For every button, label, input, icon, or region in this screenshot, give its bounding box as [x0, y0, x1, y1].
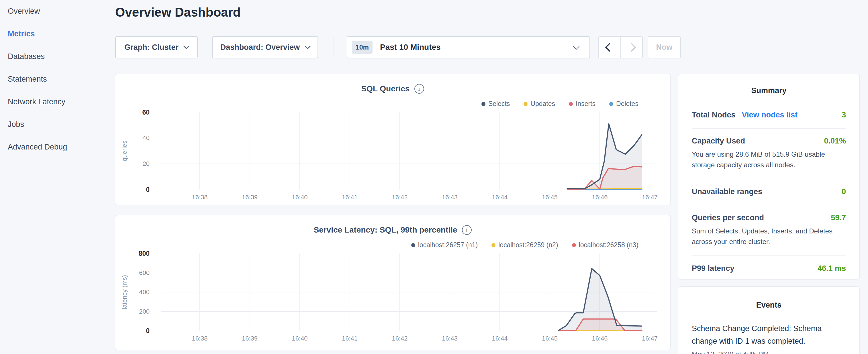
summary-row-description: Sum of Selects, Updates, Inserts, and De… [692, 226, 846, 247]
summary-row-label: P99 latency [692, 264, 735, 273]
x-axis-tick-label: 16:46 [580, 194, 620, 201]
time-pager [598, 36, 643, 58]
summary-title: Summary [678, 86, 859, 95]
graph-dropdown-label: Graph: Cluster [124, 43, 179, 52]
chevron-down-icon [305, 43, 311, 49]
event-timestamp: May 13, 2020 at 4:45 PM [692, 350, 846, 354]
summary-row-label: Queries per second [692, 213, 764, 222]
summary-row: Unavailable ranges0 [692, 179, 846, 205]
summary-row-value: 3 [842, 110, 846, 120]
chart-plot-area[interactable] [161, 112, 657, 190]
summary-row-value: 0 [842, 187, 846, 196]
y-axis-tick-label: 600 [121, 269, 150, 277]
y-axis-tick-label: 60 [121, 108, 150, 117]
dashboard-dropdown-label: Dashboard: Overview [220, 43, 300, 52]
time-range-badge: 10m [352, 41, 373, 54]
y-axis-tick-label: 200 [121, 307, 150, 316]
sidebar-item-statements[interactable]: Statements [0, 68, 115, 91]
page-title: Overview Dashboard [115, 5, 241, 20]
event-item[interactable]: Schema Change Completed: Schema change w… [692, 322, 846, 354]
sidebar-item-jobs[interactable]: Jobs [0, 113, 115, 136]
x-axis-tick-label: 16:38 [180, 194, 220, 201]
summary-row-head: Total NodesView nodes list3 [692, 110, 846, 120]
time-forward-button[interactable] [620, 37, 642, 58]
time-range-label: Past 10 Minutes [380, 43, 441, 52]
toolbar-divider [334, 37, 334, 58]
summary-row-value: 59.7 [831, 213, 846, 222]
summary-row-head: Capacity Used0.01% [692, 137, 846, 146]
sidebar-item-metrics[interactable]: Metrics [0, 23, 115, 45]
summary-row-description: You are using 28.6 MiB of 515.9 GiB usab… [692, 149, 846, 170]
x-axis-tick-label: 16:44 [480, 194, 520, 201]
summary-row-label: Capacity Used [692, 137, 745, 146]
sidebar: OverviewMetricsDatabasesStatementsNetwor… [0, 0, 115, 354]
x-axis-tick-label: 16:42 [380, 194, 420, 201]
chevron-left-icon [605, 43, 614, 52]
x-axis-tick-label: 16:41 [330, 335, 370, 342]
events-title: Events [678, 301, 859, 310]
x-axis-tick-label: 16:42 [380, 335, 420, 342]
sidebar-item-databases[interactable]: Databases [0, 45, 115, 68]
x-axis-tick-label: 16:46 [580, 335, 620, 342]
summary-panel: Summary Total NodesView nodes list3Capac… [678, 74, 860, 280]
service-latency-chart-card: Service Latency: SQL, 99th percentile i … [115, 215, 671, 350]
events-panel: Events Schema Change Completed: Schema c… [678, 286, 860, 354]
app-root: OverviewMetricsDatabasesStatementsNetwor… [0, 0, 868, 354]
summary-row: Queries per second59.7Sum of Selects, Up… [692, 205, 846, 255]
x-axis-tick-label: 16:47 [630, 194, 670, 201]
sql-queries-chart-card: SQL Queries i SelectsUpdatesInsertsDelet… [115, 74, 671, 205]
chevron-right-icon [627, 43, 636, 52]
y-axis-unit-label: queries [115, 112, 134, 190]
sidebar-item-network-latency[interactable]: Network Latency [0, 91, 115, 113]
x-axis-tick-label: 16:39 [230, 194, 270, 201]
time-back-button[interactable] [599, 37, 620, 58]
summary-row-label: Total Nodes [692, 110, 736, 120]
events-list: Schema Change Completed: Schema change w… [678, 322, 859, 354]
summary-row: Capacity Used0.01%You are using 28.6 MiB… [692, 128, 846, 179]
time-range-picker[interactable]: 10m Past 10 Minutes [347, 36, 590, 58]
x-axis-tick-label: 16:41 [330, 194, 370, 201]
dashboard-dropdown[interactable]: Dashboard: Overview [212, 36, 318, 58]
summary-row-head: Queries per second59.7 [692, 213, 846, 222]
summary-row-value: 0.01% [824, 137, 846, 146]
graph-dropdown[interactable]: Graph: Cluster [115, 36, 198, 58]
chart-plot[interactable]: queries020406016:3816:3916:4016:4116:421… [115, 74, 670, 205]
summary-row-label: Unavailable ranges [692, 187, 762, 196]
x-axis-tick-label: 16:44 [480, 335, 520, 342]
summary-row: Total NodesView nodes list3 [692, 104, 846, 128]
y-axis-tick-label: 0 [121, 326, 150, 335]
x-axis-tick-label: 16:43 [430, 335, 470, 342]
x-axis-tick-label: 16:38 [180, 335, 220, 342]
x-axis-tick-label: 16:40 [280, 335, 320, 342]
now-button[interactable]: Now [648, 36, 681, 58]
y-axis-tick-label: 20 [121, 160, 150, 168]
y-axis-tick-label: 0 [121, 185, 150, 194]
y-axis-tick-label: 400 [121, 288, 150, 296]
chart-plot[interactable]: latency (ms)020040060080016:3816:3916:40… [115, 215, 670, 350]
summary-rows: Total NodesView nodes list3Capacity Used… [692, 104, 846, 282]
summary-row-head: P99 latency46.1 ms [692, 264, 846, 273]
y-axis-tick-label: 800 [121, 249, 150, 258]
series-area [558, 269, 642, 331]
x-axis-tick-label: 16:45 [530, 335, 570, 342]
sidebar-item-overview[interactable]: Overview [0, 0, 115, 23]
view-nodes-list-link[interactable]: View nodes list [742, 110, 798, 120]
summary-row-head: Unavailable ranges0 [692, 187, 846, 196]
summary-row: P99 latency46.1 ms [692, 255, 846, 282]
x-axis-tick-label: 16:47 [630, 335, 670, 342]
toolbar: Graph: Cluster Dashboard: Overview 10m P… [115, 36, 681, 58]
y-axis-unit-text: queries [121, 141, 128, 161]
y-axis-tick-label: 40 [121, 134, 150, 142]
chevron-down-icon [183, 43, 189, 49]
chevron-down-icon [573, 43, 580, 50]
x-axis-tick-label: 16:40 [280, 194, 320, 201]
x-axis-tick-label: 16:43 [430, 194, 470, 201]
summary-row-value: 46.1 ms [817, 264, 846, 273]
x-axis-tick-label: 16:45 [530, 194, 570, 201]
event-text: Schema Change Completed: Schema change w… [692, 322, 846, 347]
chart-plot-area[interactable] [161, 254, 657, 331]
sidebar-item-advanced-debug[interactable]: Advanced Debug [0, 136, 115, 158]
x-axis-tick-label: 16:39 [230, 335, 270, 342]
